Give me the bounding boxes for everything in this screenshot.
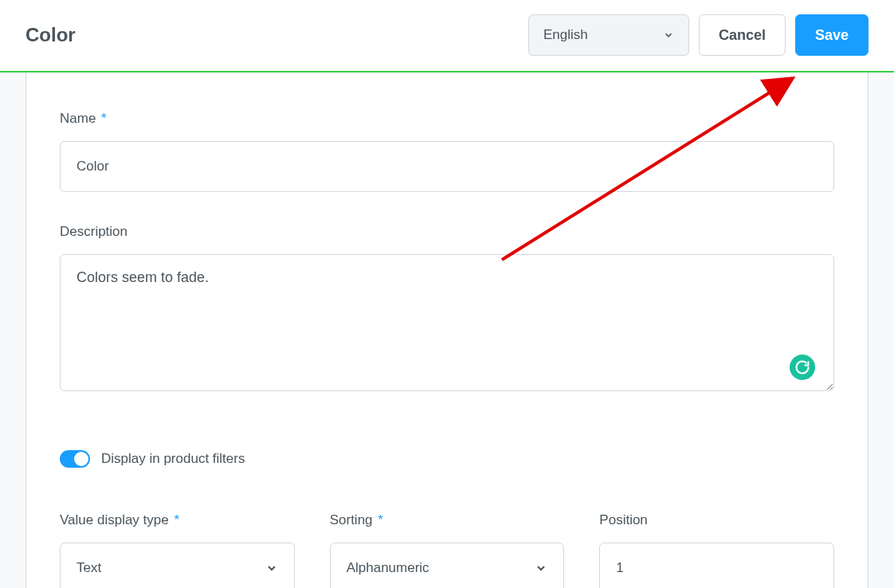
chevron-down-icon [535, 562, 547, 574]
value-display-type-label: Value display type * [60, 512, 295, 528]
position-group: Position [599, 512, 834, 588]
chevron-down-icon [663, 29, 674, 41]
name-label-text: Name [60, 111, 96, 126]
required-mark: * [378, 512, 383, 527]
name-input[interactable] [60, 141, 834, 192]
cancel-button[interactable]: Cancel [699, 14, 786, 56]
language-select-value: English [543, 27, 588, 43]
display-in-filters-label: Display in product filters [101, 451, 245, 467]
value-display-type-value: Text [76, 560, 101, 576]
page-title: Color [25, 24, 76, 46]
sorting-select[interactable]: Alphanumeric [330, 543, 565, 588]
page-header: Color English Cancel Save [0, 0, 894, 71]
sorting-value: Alphanumeric [347, 560, 429, 576]
grammarly-icon[interactable] [790, 355, 815, 380]
sorting-label: Sorting * [330, 512, 565, 528]
name-label: Name * [60, 111, 834, 127]
required-mark: * [174, 512, 179, 527]
header-actions: English Cancel Save [528, 14, 869, 56]
description-label: Description [60, 224, 834, 240]
sorting-label-text: Sorting [330, 512, 373, 527]
save-button[interactable]: Save [795, 14, 869, 56]
display-in-filters-toggle[interactable] [60, 450, 90, 468]
value-display-type-select[interactable]: Text [60, 543, 295, 588]
language-select[interactable]: English [528, 14, 689, 56]
chevron-down-icon [265, 562, 278, 574]
value-display-type-label-text: Value display type [60, 512, 169, 527]
description-textarea[interactable] [60, 254, 834, 391]
form-card: Name * Description Display in product fi… [25, 73, 869, 588]
toggle-knob [74, 452, 88, 466]
required-mark: * [101, 111, 107, 126]
position-input[interactable] [599, 543, 834, 588]
display-in-filters-row: Display in product filters [60, 450, 834, 468]
description-field-group: Description [60, 224, 834, 394]
bottom-fields-row: Value display type * Text Sorting * Alph… [60, 512, 834, 588]
position-label: Position [599, 512, 834, 528]
sorting-group: Sorting * Alphanumeric [330, 512, 565, 588]
name-field-group: Name * [60, 111, 834, 192]
value-display-type-group: Value display type * Text [60, 512, 295, 588]
